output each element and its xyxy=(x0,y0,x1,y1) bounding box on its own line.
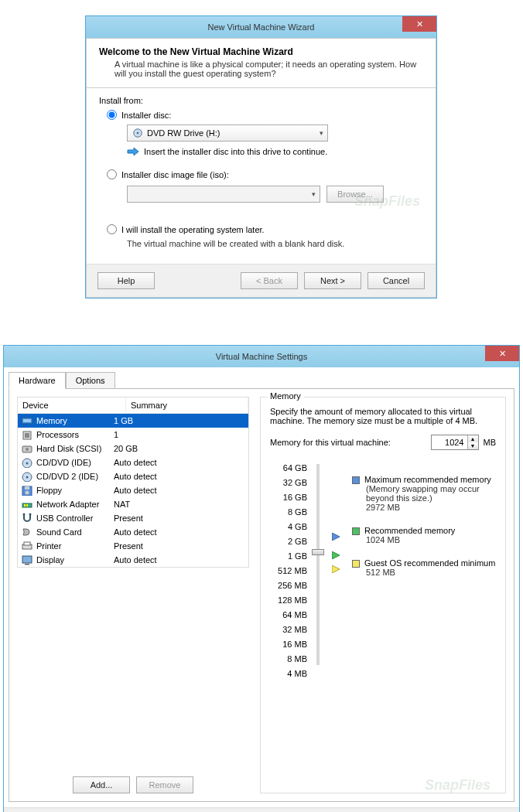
svg-point-11 xyxy=(26,476,29,479)
memory-slider-thumb[interactable] xyxy=(312,549,324,555)
memory-tick: 64 MB xyxy=(270,608,307,623)
later-note: The virtual machine will be created with… xyxy=(127,239,423,248)
svg-point-14 xyxy=(26,491,29,495)
col-summary: Summary xyxy=(126,397,248,413)
memory-input-label: Memory for this virtual machine: xyxy=(270,438,391,447)
device-icon xyxy=(21,485,33,496)
device-summary: Auto detect xyxy=(114,527,245,537)
memory-tick: 16 GB xyxy=(270,490,307,505)
device-row[interactable]: Memory1 GB xyxy=(18,414,248,428)
svg-point-19 xyxy=(29,513,32,516)
svg-point-9 xyxy=(26,462,29,465)
memory-tick: 1 GB xyxy=(270,549,307,564)
spinner-down-icon[interactable]: ▼ xyxy=(468,442,478,449)
close-icon: ✕ xyxy=(416,19,423,29)
device-icon xyxy=(21,471,33,482)
svg-rect-21 xyxy=(24,542,30,545)
device-row[interactable]: CD/DVD (IDE)Auto detect xyxy=(18,455,248,469)
memory-tick: 4 MB xyxy=(270,667,307,681)
device-summary: Auto detect xyxy=(114,458,245,467)
wizard-button-row: Help < Back Next > Cancel xyxy=(87,264,436,297)
install-from-label: Install from: xyxy=(99,96,423,105)
memory-tick: 2 GB xyxy=(270,534,307,549)
device-name: USB Controller xyxy=(36,513,93,523)
radio-iso[interactable] xyxy=(107,169,117,179)
memory-tick: 8 GB xyxy=(270,505,307,520)
settings-titlebar: Virtual Machine Settings ✕ xyxy=(4,346,519,367)
add-button[interactable]: Add... xyxy=(73,776,130,793)
device-icon xyxy=(21,527,33,537)
drive-dropdown[interactable]: DVD RW Drive (H:) ▾ xyxy=(127,125,328,142)
max-marker-icon xyxy=(332,532,340,541)
memory-tick: 512 MB xyxy=(270,564,307,578)
memory-tick: 256 MB xyxy=(270,578,307,593)
device-summary: Present xyxy=(114,513,245,523)
help-button[interactable]: Help xyxy=(97,272,155,289)
device-row[interactable]: Processors1 xyxy=(18,428,248,442)
svg-rect-23 xyxy=(25,564,29,565)
device-icon xyxy=(21,499,33,510)
svg-marker-26 xyxy=(332,565,340,573)
back-button[interactable]: < Back xyxy=(241,272,298,289)
cancel-button[interactable]: Cancel xyxy=(367,272,425,289)
memory-unit: MB xyxy=(484,438,497,447)
swatch-green-icon xyxy=(352,527,360,535)
device-summary: NAT xyxy=(114,500,245,509)
radio-later-label: I will install the operating system late… xyxy=(121,225,265,234)
max-rec-note: (Memory swapping may occur beyond this s… xyxy=(366,484,496,503)
device-name: CD/DVD 2 (IDE) xyxy=(36,472,98,481)
remove-button[interactable]: Remove xyxy=(136,776,193,793)
wizard-title: New Virtual Machine Wizard xyxy=(208,22,315,32)
memory-tick: 128 MB xyxy=(270,593,307,608)
memory-input[interactable] xyxy=(432,435,467,449)
radio-iso-label: Installer disc image file (iso): xyxy=(121,170,229,179)
swatch-blue-icon xyxy=(352,476,360,484)
device-row[interactable]: USB ControllerPresent xyxy=(18,511,248,525)
memory-slider-track[interactable] xyxy=(316,464,320,665)
rec-label: Recommended memory xyxy=(364,526,455,535)
close-button[interactable]: ✕ xyxy=(402,16,436,32)
device-row[interactable]: PrinterPresent xyxy=(18,539,248,553)
device-name: Display xyxy=(36,555,64,565)
radio-installer-disc-label: Installer disc: xyxy=(121,111,171,120)
device-row[interactable]: Network AdapterNAT xyxy=(18,497,248,511)
svg-rect-3 xyxy=(23,419,31,422)
device-summary: Auto detect xyxy=(114,472,245,481)
spinner-up-icon[interactable]: ▲ xyxy=(468,435,478,442)
iso-path-dropdown[interactable]: ▾ xyxy=(127,186,320,203)
tab-options[interactable]: Options xyxy=(66,372,115,389)
svg-rect-13 xyxy=(25,486,29,490)
disc-icon xyxy=(132,128,143,138)
col-device: Device xyxy=(18,397,126,413)
device-icon xyxy=(21,429,33,440)
wizard-intro-text: A virtual machine is like a physical com… xyxy=(115,60,423,78)
device-row[interactable]: CD/DVD 2 (IDE)Auto detect xyxy=(18,469,248,483)
close-button[interactable]: ✕ xyxy=(485,346,519,361)
radio-later[interactable] xyxy=(107,224,117,234)
arrow-right-icon xyxy=(127,146,139,157)
device-row[interactable]: Hard Disk (SCSI)20 GB xyxy=(18,442,248,455)
device-icon xyxy=(21,513,33,524)
svg-point-7 xyxy=(26,448,29,451)
tab-hardware[interactable]: Hardware xyxy=(9,372,66,389)
device-icon xyxy=(21,541,33,551)
browse-button[interactable]: Browse... xyxy=(326,186,384,203)
memory-tick: 64 GB xyxy=(270,461,307,476)
memory-spinner[interactable]: ▲ ▼ xyxy=(431,435,479,450)
swatch-yellow-icon xyxy=(352,560,360,568)
memory-tick: 16 MB xyxy=(270,637,307,652)
wizard-intro: Welcome to the New Virtual Machine Wizar… xyxy=(87,39,436,88)
min-label: Guest OS recommended minimum xyxy=(364,558,495,568)
radio-installer-disc[interactable] xyxy=(107,110,117,120)
device-summary: Auto detect xyxy=(114,486,245,495)
max-rec-label: Maximum recommended memory xyxy=(364,475,491,484)
device-name: Printer xyxy=(36,541,61,551)
chevron-down-icon: ▾ xyxy=(320,129,323,137)
next-button[interactable]: Next > xyxy=(304,272,361,289)
device-summary: 1 GB xyxy=(114,416,245,425)
device-row[interactable]: FloppyAuto detect xyxy=(18,483,248,497)
device-icon xyxy=(21,415,33,426)
device-row[interactable]: DisplayAuto detect xyxy=(18,553,248,567)
device-row[interactable]: Sound CardAuto detect xyxy=(18,525,248,539)
memory-description: Specify the amount of memory allocated t… xyxy=(270,407,496,425)
